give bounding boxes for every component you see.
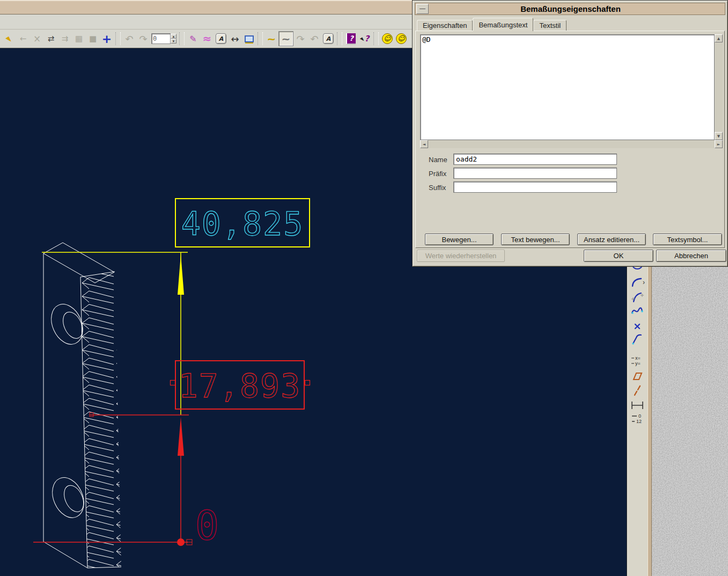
swap-windows-icon[interactable]: ⇄ (44, 32, 58, 46)
text-style-icon[interactable]: A (214, 32, 228, 46)
break-point-icon[interactable] (631, 320, 644, 332)
parallelogram-icon[interactable] (631, 370, 644, 382)
scroll-left-button[interactable]: ◄ (420, 140, 428, 148)
svg-text:y=: y= (635, 361, 641, 366)
svg-text:x=: x= (635, 355, 641, 361)
svg-text:0: 0 (638, 413, 641, 419)
dimension-arrow-up (178, 417, 184, 456)
ok-button[interactable]: OK (584, 250, 653, 262)
slash-line-icon[interactable] (631, 385, 644, 397)
tab-page-bemassungstext: @D ▲ ▼ ◄ ► Name Präfix Suffix Bewegen...… (415, 31, 725, 248)
corner-curve-icon[interactable] (631, 333, 644, 345)
right-panel: › x= y= (627, 267, 728, 576)
horizontal-scrollbar[interactable]: ◄ ► (420, 140, 723, 148)
granite-background (652, 267, 728, 576)
name-input[interactable] (453, 154, 617, 165)
scroll-up-button[interactable]: ▲ (715, 34, 723, 42)
name-label: Name (429, 156, 447, 164)
smiley-icon-2[interactable]: ☺ (394, 32, 408, 46)
part-wireframe (43, 243, 127, 572)
box-handle-left[interactable] (171, 381, 175, 385)
help-icon[interactable]: ? (344, 32, 358, 46)
spline-tool-icon[interactable] (631, 306, 644, 318)
application-window: ► ← × ⇄ ⇉ ▦ ■ + ↶ ↷ ▲ ▼ ✎ ≈ A ↔ ~ ~ ↷ ↶ … (0, 0, 728, 576)
tab-eigenschaften[interactable]: Eigenschaften (417, 20, 473, 31)
toolbar-separator (258, 32, 263, 45)
edit-leader-button[interactable]: Ansatz editieren... (577, 234, 646, 245)
dimension-arrow-up (178, 254, 184, 295)
panel-divider (648, 267, 652, 576)
redo-icon[interactable]: ↷ (136, 32, 150, 46)
screen-ruler-icon[interactable] (242, 32, 256, 46)
dialog-tabs: Eigenschaften Bemaßungstext Textstil (417, 18, 567, 31)
origin-zero-text: 0 (195, 502, 220, 549)
curve-toolbar: › x= y= (627, 267, 648, 576)
align-icon[interactable]: ⇉ (58, 32, 72, 46)
dimension-properties-dialog: — Bemaßungseigenschaften Eigenschaften B… (412, 0, 728, 267)
filled-square-icon[interactable]: ■ (86, 32, 100, 46)
part-ribs (78, 268, 127, 572)
svg-text:›: › (643, 279, 645, 286)
pipe-curve-icon[interactable]: ~ (278, 31, 293, 46)
spinner-down-icon[interactable]: ▼ (171, 39, 177, 43)
scroll-right-button[interactable]: ► (715, 140, 723, 148)
suffix-label: Suffix (429, 184, 446, 192)
text-symbol-button[interactable]: Textsymbol... (653, 234, 722, 245)
hatch-square-icon[interactable]: ▦ (72, 32, 86, 46)
undo-curve-icon[interactable]: ↶ (307, 32, 321, 46)
move-text-button[interactable]: Text bewegen... (501, 234, 570, 245)
tab-textstil[interactable]: Textstil (533, 20, 567, 31)
toolbar-separator (115, 32, 121, 45)
toolbar-separator (179, 32, 185, 45)
smiley-icon[interactable]: ☺ (380, 32, 394, 46)
dialog-title: Bemaßungseigenschaften (429, 4, 712, 13)
text-attribute-icon[interactable]: A (321, 32, 335, 46)
width-dimension-icon[interactable] (631, 399, 644, 411)
coordinates-icon[interactable]: x= y= (631, 355, 644, 367)
box-handle-right[interactable] (305, 381, 310, 385)
toolbar-separator (337, 32, 342, 45)
restore-values-button: Werte wiederherstellen (417, 250, 505, 262)
redo-curve-icon[interactable]: ↷ (293, 32, 307, 46)
scroll-down-button[interactable]: ▼ (715, 132, 723, 140)
dimension-ruler-icon[interactable]: ↔ (228, 32, 242, 46)
select-tool-icon[interactable]: ► (2, 32, 16, 46)
context-help-icon[interactable]: ►? (358, 32, 372, 46)
numbered-lines-icon[interactable]: 0 12 (631, 413, 644, 425)
move-button[interactable]: Bewegen... (425, 234, 494, 245)
prefix-input[interactable] (453, 167, 617, 179)
freehand-edit-icon[interactable]: ✎ (186, 32, 200, 46)
move-back-icon[interactable]: ← (16, 32, 30, 46)
toolbar-separator (373, 32, 379, 45)
arc-by-points-icon[interactable] (631, 291, 644, 303)
toolbar-counter-input[interactable] (151, 33, 171, 44)
system-menu-button[interactable]: — (416, 4, 429, 14)
dialog-title-bar[interactable]: — Bemaßungseigenschaften (415, 3, 725, 15)
wave-lines-icon[interactable]: ≈ (200, 32, 214, 46)
crosshair-icon[interactable]: + (100, 32, 114, 46)
svg-text:12: 12 (636, 419, 642, 424)
tab-bemassungstext[interactable]: Bemaßungstext (473, 18, 533, 31)
circle-tool-icon[interactable] (631, 267, 644, 275)
vertical-scrollbar[interactable]: ▲ ▼ (715, 34, 723, 140)
submenu-arrow-icon[interactable]: › (642, 279, 647, 286)
delete-icon[interactable]: × (30, 32, 44, 46)
dimension-text-area[interactable]: @D (420, 34, 715, 140)
origin-point[interactable] (177, 538, 185, 546)
undo-icon[interactable]: ↶ (122, 32, 136, 46)
suffix-input[interactable] (453, 181, 617, 193)
prefix-label: Präfix (429, 170, 446, 178)
curve-tool-icon[interactable]: ~ (264, 32, 278, 46)
dimension-17-893[interactable]: 17,893 (33, 361, 310, 546)
spinner-up-icon[interactable]: ▲ (171, 34, 177, 39)
part-hole-bottom (46, 472, 90, 522)
cancel-button[interactable]: Abbrechen (656, 250, 726, 262)
dimension-value-text: 40,825 (181, 205, 304, 243)
counter-spinner: ▲ ▼ (151, 33, 177, 44)
dimension-value-text: 17,893 (179, 367, 302, 405)
